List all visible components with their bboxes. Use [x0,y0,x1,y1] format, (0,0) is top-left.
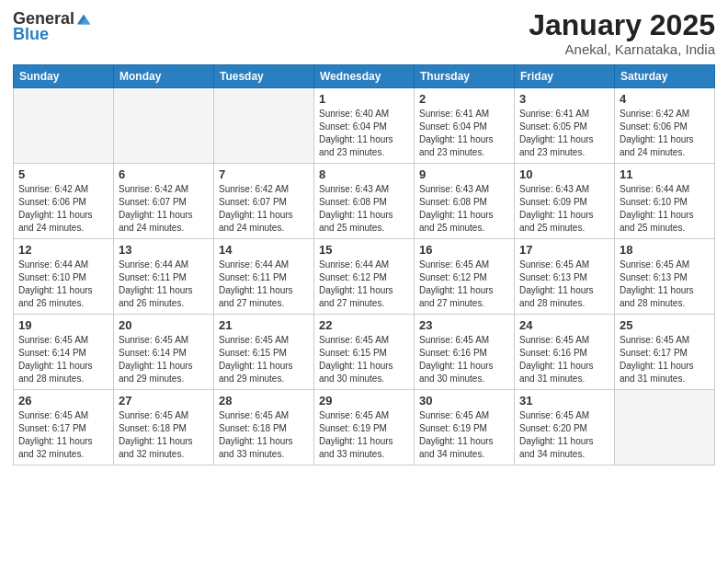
day-number: 7 [219,167,309,181]
day-info: Sunrise: 6:45 AM Sunset: 6:12 PM Dayligh… [419,259,509,310]
day-number: 9 [419,167,509,181]
day-number: 17 [519,243,609,257]
day-number: 5 [18,167,108,181]
day-info: Sunrise: 6:42 AM Sunset: 6:07 PM Dayligh… [119,183,209,235]
day-header-saturday: Saturday [615,65,715,88]
day-cell: 21Sunrise: 6:45 AM Sunset: 6:15 PM Dayli… [214,315,314,390]
day-number: 23 [419,318,509,332]
day-info: Sunrise: 6:45 AM Sunset: 6:15 PM Dayligh… [219,334,309,385]
day-info: Sunrise: 6:41 AM Sunset: 6:04 PM Dayligh… [419,108,509,159]
day-cell: 17Sunrise: 6:45 AM Sunset: 6:13 PM Dayli… [515,239,615,315]
day-info: Sunrise: 6:45 AM Sunset: 6:13 PM Dayligh… [519,259,609,310]
day-number: 4 [620,92,710,106]
day-cell: 25Sunrise: 6:45 AM Sunset: 6:17 PM Dayli… [615,315,715,390]
day-number: 18 [620,243,710,257]
page: General Blue January 2025 Anekal, Karnat… [0,0,728,563]
day-info: Sunrise: 6:44 AM Sunset: 6:10 PM Dayligh… [620,183,710,235]
day-cell: 11Sunrise: 6:44 AM Sunset: 6:10 PM Dayli… [615,164,715,239]
day-info: Sunrise: 6:45 AM Sunset: 6:16 PM Dayligh… [519,334,609,385]
day-cell: 15Sunrise: 6:44 AM Sunset: 6:12 PM Dayli… [314,239,415,315]
day-info: Sunrise: 6:43 AM Sunset: 6:08 PM Dayligh… [319,183,409,235]
calendar-subtitle: Anekal, Karnataka, India [529,41,715,57]
day-cell: 27Sunrise: 6:45 AM Sunset: 6:18 PM Dayli… [114,390,214,465]
day-cell: 14Sunrise: 6:44 AM Sunset: 6:11 PM Dayli… [214,239,314,315]
day-cell: 23Sunrise: 6:45 AM Sunset: 6:16 PM Dayli… [415,315,515,390]
day-cell [214,88,314,164]
day-cell: 4Sunrise: 6:42 AM Sunset: 6:06 PM Daylig… [615,88,715,164]
day-cell: 6Sunrise: 6:42 AM Sunset: 6:07 PM Daylig… [114,164,214,239]
day-number: 30 [419,394,509,408]
day-info: Sunrise: 6:42 AM Sunset: 6:07 PM Dayligh… [219,183,309,235]
header: General Blue January 2025 Anekal, Karnat… [13,9,715,57]
day-info: Sunrise: 6:45 AM Sunset: 6:13 PM Dayligh… [620,259,710,310]
day-number: 11 [620,167,710,181]
day-cell: 18Sunrise: 6:45 AM Sunset: 6:13 PM Dayli… [615,239,715,315]
day-info: Sunrise: 6:42 AM Sunset: 6:06 PM Dayligh… [620,108,710,159]
day-header-sunday: Sunday [14,65,114,88]
day-cell: 10Sunrise: 6:43 AM Sunset: 6:09 PM Dayli… [515,164,615,239]
day-info: Sunrise: 6:43 AM Sunset: 6:09 PM Dayligh… [519,183,609,235]
day-cell [14,88,114,164]
day-number: 13 [119,243,209,257]
day-info: Sunrise: 6:43 AM Sunset: 6:08 PM Dayligh… [419,183,509,235]
day-info: Sunrise: 6:44 AM Sunset: 6:12 PM Dayligh… [319,259,409,310]
logo: General Blue [13,9,92,44]
day-number: 24 [519,318,609,332]
day-info: Sunrise: 6:45 AM Sunset: 6:20 PM Dayligh… [519,409,609,461]
day-number: 2 [419,92,509,106]
day-number: 28 [219,394,309,408]
day-info: Sunrise: 6:44 AM Sunset: 6:10 PM Dayligh… [18,259,108,310]
day-info: Sunrise: 6:45 AM Sunset: 6:19 PM Dayligh… [419,409,509,461]
day-cell: 13Sunrise: 6:44 AM Sunset: 6:11 PM Dayli… [114,239,214,315]
day-number: 20 [119,318,209,332]
logo-icon [75,11,92,28]
day-cell: 2Sunrise: 6:41 AM Sunset: 6:04 PM Daylig… [415,88,515,164]
day-cell: 16Sunrise: 6:45 AM Sunset: 6:12 PM Dayli… [415,239,515,315]
day-cell [114,88,214,164]
day-cell: 9Sunrise: 6:43 AM Sunset: 6:08 PM Daylig… [415,164,515,239]
week-row-2: 5Sunrise: 6:42 AM Sunset: 6:06 PM Daylig… [14,164,715,239]
day-cell: 26Sunrise: 6:45 AM Sunset: 6:17 PM Dayli… [14,390,114,465]
day-cell: 29Sunrise: 6:45 AM Sunset: 6:19 PM Dayli… [314,390,415,465]
day-info: Sunrise: 6:45 AM Sunset: 6:18 PM Dayligh… [219,409,309,461]
day-number: 19 [18,318,108,332]
day-info: Sunrise: 6:45 AM Sunset: 6:14 PM Dayligh… [119,334,209,385]
day-info: Sunrise: 6:45 AM Sunset: 6:17 PM Dayligh… [620,334,710,385]
day-number: 10 [519,167,609,181]
day-info: Sunrise: 6:41 AM Sunset: 6:05 PM Dayligh… [519,108,609,159]
week-row-5: 26Sunrise: 6:45 AM Sunset: 6:17 PM Dayli… [14,390,715,465]
day-info: Sunrise: 6:45 AM Sunset: 6:15 PM Dayligh… [319,334,409,385]
day-number: 3 [519,92,609,106]
day-info: Sunrise: 6:45 AM Sunset: 6:19 PM Dayligh… [319,409,409,461]
day-header-tuesday: Tuesday [214,65,314,88]
day-info: Sunrise: 6:45 AM Sunset: 6:18 PM Dayligh… [119,409,209,461]
day-cell: 19Sunrise: 6:45 AM Sunset: 6:14 PM Dayli… [14,315,114,390]
calendar-table: SundayMondayTuesdayWednesdayThursdayFrid… [13,64,715,465]
day-cell: 24Sunrise: 6:45 AM Sunset: 6:16 PM Dayli… [515,315,615,390]
day-number: 31 [519,394,609,408]
day-cell: 22Sunrise: 6:45 AM Sunset: 6:15 PM Dayli… [314,315,415,390]
day-cell: 28Sunrise: 6:45 AM Sunset: 6:18 PM Dayli… [214,390,314,465]
day-cell: 1Sunrise: 6:40 AM Sunset: 6:04 PM Daylig… [314,88,415,164]
day-cell [615,390,715,465]
week-row-1: 1Sunrise: 6:40 AM Sunset: 6:04 PM Daylig… [14,88,715,164]
day-info: Sunrise: 6:45 AM Sunset: 6:16 PM Dayligh… [419,334,509,385]
day-cell: 5Sunrise: 6:42 AM Sunset: 6:06 PM Daylig… [14,164,114,239]
day-cell: 12Sunrise: 6:44 AM Sunset: 6:10 PM Dayli… [14,239,114,315]
calendar-title: January 2025 [529,9,715,41]
day-header-wednesday: Wednesday [314,65,415,88]
day-number: 16 [419,243,509,257]
day-number: 8 [319,167,409,181]
day-cell: 7Sunrise: 6:42 AM Sunset: 6:07 PM Daylig… [214,164,314,239]
day-number: 1 [319,92,409,106]
day-number: 12 [18,243,108,257]
day-info: Sunrise: 6:40 AM Sunset: 6:04 PM Dayligh… [319,108,409,159]
day-number: 25 [620,318,710,332]
day-number: 6 [119,167,209,181]
day-header-monday: Monday [114,65,214,88]
logo-blue-text: Blue [13,25,49,44]
day-number: 14 [219,243,309,257]
day-cell: 30Sunrise: 6:45 AM Sunset: 6:19 PM Dayli… [415,390,515,465]
week-row-3: 12Sunrise: 6:44 AM Sunset: 6:10 PM Dayli… [14,239,715,315]
title-block: January 2025 Anekal, Karnataka, India [529,9,715,57]
